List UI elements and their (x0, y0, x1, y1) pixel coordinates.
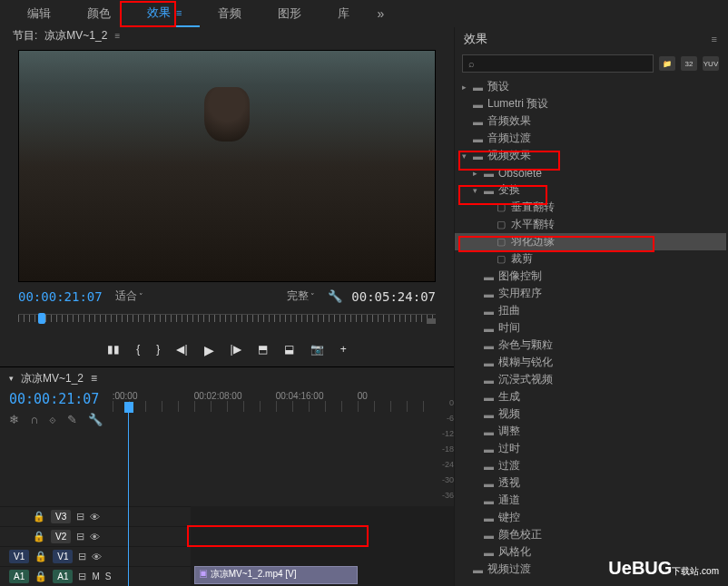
tree-item-视频效果[interactable]: ▾▬视频效果 (455, 147, 726, 164)
tree-item-调整[interactable]: ▬调整 (455, 423, 726, 440)
tree-item-视频[interactable]: ▬视频 (455, 405, 726, 423)
tree-item-变换[interactable]: ▾▬变换 (455, 181, 726, 199)
arrow-icon[interactable]: ▸ (473, 169, 484, 178)
tree-item-杂色与颗粒[interactable]: ▬杂色与颗粒 (455, 337, 726, 354)
source-track-label[interactable]: V1 (9, 550, 29, 563)
source-track-label[interactable]: A1 (9, 570, 29, 583)
scrubber[interactable] (18, 314, 436, 330)
arrow-icon[interactable]: ▾ (462, 151, 473, 161)
video-clip[interactable]: ▣ 凉凉MV~1_2.mp4 [V] (194, 566, 358, 584)
tree-item-Lumetri 预设[interactable]: ▬Lumetri 预设 (455, 95, 726, 112)
fx-icon[interactable]: ⊟ (76, 511, 84, 523)
tree-label: 过渡 (498, 458, 520, 474)
lock-icon[interactable]: 🔒 (33, 511, 45, 523)
track-label[interactable]: V2 (51, 530, 71, 543)
eye-icon[interactable]: 👁 (90, 512, 100, 523)
overflow-icon[interactable]: » (368, 6, 393, 21)
timeline-timecode[interactable]: 00:00:21:07 (9, 389, 103, 407)
tree-item-颜色校正[interactable]: ▬颜色校正 (455, 526, 726, 543)
link-icon[interactable]: ∩ (30, 413, 38, 426)
tab-menu-icon[interactable]: ≡ (114, 31, 120, 41)
tree-item-过时[interactable]: ▬过时 (455, 440, 726, 457)
tree-item-实用程序[interactable]: ▬实用程序 (455, 285, 726, 302)
time-ruler[interactable]: :00:00 00:02:08:00 00:04:16:00 00 (113, 389, 439, 425)
timeline-playhead-icon[interactable] (124, 402, 133, 413)
timeline-content[interactable]: ▣ 凉凉MV~1_2.mp4 [V] (191, 506, 454, 586)
lock-icon[interactable]: 🔒 (34, 571, 47, 582)
arrow-icon[interactable]: ▸ (462, 83, 473, 92)
eye-icon[interactable]: 👁 (90, 532, 100, 542)
tree-item-生成[interactable]: ▬生成 (455, 388, 726, 405)
quality-dropdown[interactable]: 完整 (283, 286, 320, 307)
tree-item-通道[interactable]: ▬通道 (455, 492, 726, 509)
program-monitor-tab[interactable]: 节目: 凉凉MV~1_2 ≡ (0, 27, 454, 44)
tree-item-键控[interactable]: ▬键控 (455, 509, 726, 526)
pen-icon[interactable]: ✎ (67, 413, 77, 426)
tree-item-预设[interactable]: ▸▬预设 (455, 78, 726, 95)
track-row[interactable]: A1 🔒 A1 ⊟ M S (0, 566, 191, 586)
panel-menu-icon[interactable]: ≡ (712, 34, 717, 44)
tree-item-羽化边缘[interactable]: ▢羽化边缘 (455, 233, 726, 250)
lift-button[interactable]: ⬒ (258, 343, 268, 357)
tree-item-时间[interactable]: ▬时间 (455, 319, 726, 337)
extract-button[interactable]: ⬓ (284, 343, 294, 357)
settings-icon[interactable]: 🔧 (328, 289, 342, 303)
track-row[interactable]: V1 🔒 V1 ⊟ 👁 (0, 546, 191, 566)
timeline-tab[interactable]: ▾ 凉凉MV~1_2 ≡ (0, 367, 454, 389)
step-back-button[interactable]: ◀| (176, 343, 187, 357)
track-row[interactable]: 🔒 V3 ⊟ 👁 (0, 506, 191, 526)
folder-icon: ▬ (484, 530, 498, 541)
badge-32[interactable]: 32 (681, 56, 697, 71)
tree-item-扭曲[interactable]: ▬扭曲 (455, 302, 726, 319)
zoom-dropdown[interactable]: 适合 (112, 286, 148, 307)
fx-icon[interactable]: ⊟ (78, 551, 86, 562)
track-label[interactable]: V1 (53, 550, 73, 563)
out-point-button[interactable]: } (156, 343, 160, 357)
fx-icon[interactable]: ⊟ (78, 571, 86, 582)
playhead-icon[interactable] (38, 313, 45, 324)
effects-search-input[interactable]: ⌕ (462, 54, 654, 73)
tab-library[interactable]: 库 (320, 0, 368, 27)
tree-item-音频过渡[interactable]: ▬音频过渡 (455, 130, 726, 147)
marker-button[interactable]: ▮▮ (107, 343, 120, 357)
track-label[interactable]: A1 (53, 570, 73, 583)
tab-audio[interactable]: 音频 (200, 0, 260, 27)
marker-icon[interactable]: ⟐ (49, 413, 56, 426)
tree-item-沉浸式视频[interactable]: ▬沉浸式视频 (455, 371, 726, 388)
track-label[interactable]: V3 (51, 510, 71, 523)
lock-icon[interactable]: 🔒 (33, 531, 45, 542)
tab-edit[interactable]: 编辑 (9, 0, 69, 27)
wrench-icon[interactable]: 🔧 (88, 413, 103, 426)
add-button[interactable]: + (340, 343, 347, 357)
video-preview[interactable] (18, 50, 436, 282)
current-timecode[interactable]: 00:00:21:07 (18, 289, 103, 304)
tree-item-水平翻转[interactable]: ▢水平翻转 (455, 216, 726, 233)
mute-icon[interactable]: M (92, 571, 99, 581)
lock-icon[interactable]: 🔒 (34, 551, 47, 562)
tree-item-模糊与锐化[interactable]: ▬模糊与锐化 (455, 354, 726, 371)
tree-label: 扭曲 (498, 303, 520, 318)
snap-icon[interactable]: ❄ (9, 413, 19, 426)
tab-effects[interactable]: 效果≡ (129, 0, 200, 27)
tree-item-过渡[interactable]: ▬过渡 (455, 457, 726, 474)
new-bin-icon[interactable]: 📁 (659, 56, 675, 71)
tree-item-透视[interactable]: ▬透视 (455, 474, 726, 492)
tab-menu-icon[interactable]: ≡ (91, 372, 97, 385)
play-button[interactable]: ▶ (204, 343, 214, 357)
tree-item-音频效果[interactable]: ▬音频效果 (455, 112, 726, 130)
badge-yuv[interactable]: YUV (703, 56, 719, 71)
tab-graphics[interactable]: 图形 (260, 0, 320, 27)
track-row[interactable]: 🔒 V2 ⊟ 👁 (0, 526, 191, 546)
tree-item-裁剪[interactable]: ▢裁剪 (455, 250, 726, 268)
tree-item-Obsolete[interactable]: ▸▬Obsolete (455, 164, 726, 181)
arrow-icon[interactable]: ▾ (473, 186, 484, 195)
export-frame-button[interactable]: 📷 (310, 343, 324, 357)
solo-icon[interactable]: S (105, 571, 112, 581)
tab-color[interactable]: 颜色 (69, 0, 129, 27)
step-forward-button[interactable]: |▶ (231, 343, 241, 357)
fx-icon[interactable]: ⊟ (76, 531, 84, 542)
eye-icon[interactable]: 👁 (92, 552, 102, 562)
tree-item-图像控制[interactable]: ▬图像控制 (455, 268, 726, 285)
in-point-button[interactable]: { (136, 343, 140, 357)
tree-item-垂直翻转[interactable]: ▢垂直翻转 (455, 199, 726, 216)
